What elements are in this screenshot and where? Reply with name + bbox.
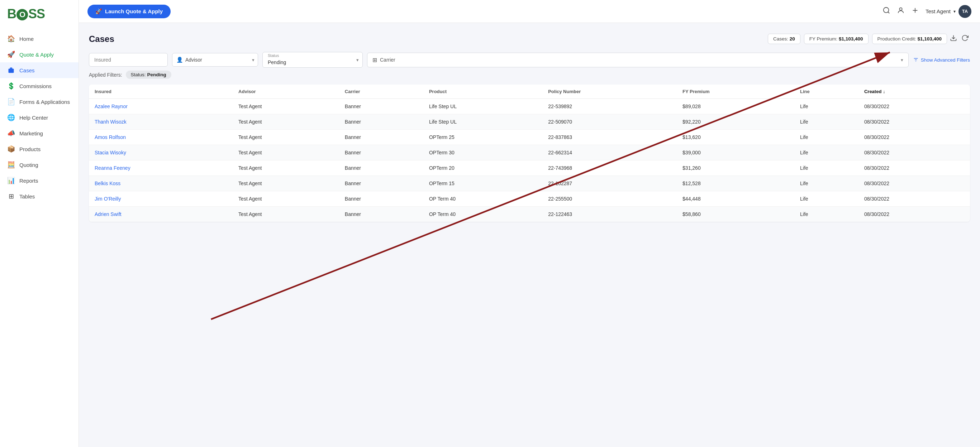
table-row: Jim O'Reilly Test Agent Banner OP Term 4…: [89, 191, 970, 207]
sidebar-nav: 🏠 Home 🚀 Quote & Apply Cases 💲 Commissio…: [0, 28, 78, 447]
svg-rect-0: [9, 69, 14, 73]
insured-link[interactable]: Reanna Feeney: [95, 165, 130, 171]
insured-link[interactable]: Adrien Swift: [95, 211, 121, 217]
export-button[interactable]: [948, 33, 958, 45]
cell-insured: Thanh Wisozk: [89, 114, 232, 130]
home-icon: 🏠: [7, 35, 15, 43]
col-carrier: Carrier: [339, 84, 423, 99]
cell-policy-number: 22-102287: [542, 176, 677, 191]
profile-icon[interactable]: [897, 6, 905, 16]
sidebar-item-marketing[interactable]: 📣 Marketing: [0, 125, 78, 141]
cell-carrier: Banner: [339, 130, 423, 145]
cell-insured: Adrien Swift: [89, 207, 232, 222]
sidebar-item-home[interactable]: 🏠 Home: [0, 31, 78, 46]
insured-link[interactable]: Thanh Wisozk: [95, 119, 127, 125]
logo: BOSS: [0, 0, 78, 28]
svg-point-3: [899, 8, 902, 10]
insured-filter[interactable]: [89, 53, 168, 67]
advisor-filter-wrap: 👤 Advisor ▾: [172, 53, 258, 67]
cell-carrier: Banner: [339, 191, 423, 207]
add-icon[interactable]: [911, 6, 919, 16]
insured-link[interactable]: Amos Rolfson: [95, 134, 126, 140]
search-icon[interactable]: [883, 6, 890, 16]
cases-icon: [7, 66, 15, 74]
cell-product: OPTerm 20: [423, 160, 542, 176]
sidebar-item-help-center[interactable]: 🌐 Help Center: [0, 109, 78, 125]
insured-link[interactable]: Jim O'Reilly: [95, 196, 121, 202]
cell-product: OPTerm 30: [423, 145, 542, 160]
table-icon: ⊞: [7, 192, 15, 200]
rocket-icon: 🚀: [7, 51, 15, 59]
cell-fy-premium: $12,528: [677, 176, 794, 191]
cases-count-stat: Cases: 20: [768, 34, 800, 44]
cell-insured: Stacia Wisoky: [89, 145, 232, 160]
table-row: Adrien Swift Test Agent Banner OP Term 4…: [89, 207, 970, 222]
cell-policy-number: 22-122463: [542, 207, 677, 222]
cell-advisor: Test Agent: [232, 207, 339, 222]
col-line: Line: [794, 84, 859, 99]
insured-link[interactable]: Azalee Raynor: [95, 103, 127, 109]
sidebar-item-quoting[interactable]: 🧮 Quoting: [0, 157, 78, 173]
advanced-filters-link[interactable]: Show Advanced Filters: [913, 57, 970, 63]
cell-advisor: Test Agent: [232, 99, 339, 114]
cell-policy-number: 22-509070: [542, 114, 677, 130]
cell-product: Life Step UL: [423, 114, 542, 130]
cell-created: 08/30/2022: [859, 191, 970, 207]
table-row: Stacia Wisoky Test Agent Banner OPTerm 3…: [89, 145, 970, 160]
cell-insured: Azalee Raynor: [89, 99, 232, 114]
cell-line: Life: [794, 130, 859, 145]
cell-carrier: Banner: [339, 99, 423, 114]
launch-quote-apply-button[interactable]: 🚀 Launch Quote & Apply: [88, 5, 170, 18]
col-policy-number: Policy Number: [542, 84, 677, 99]
insured-link[interactable]: Stacia Wisoky: [95, 150, 126, 155]
cell-line: Life: [794, 176, 859, 191]
cell-created: 08/30/2022: [859, 114, 970, 130]
globe-icon: 🌐: [7, 114, 15, 121]
col-fy-premium: FY Premium: [677, 84, 794, 99]
chevron-down-icon: ▾: [901, 57, 903, 63]
user-menu[interactable]: Test Agent ▾ TA: [926, 5, 971, 18]
header: 🚀 Launch Quote & Apply Test Agent ▾ TA: [79, 0, 980, 23]
sidebar-item-label: Quoting: [19, 162, 38, 168]
sidebar-item-tables[interactable]: ⊞ Tables: [0, 189, 78, 204]
sidebar-item-reports[interactable]: 📊 Reports: [0, 173, 78, 189]
production-credit-stat: Production Credit: $1,103,400: [872, 34, 947, 44]
sidebar-item-label: Tables: [19, 193, 35, 200]
cell-policy-number: 22-743968: [542, 160, 677, 176]
cell-carrier: Banner: [339, 176, 423, 191]
cell-line: Life: [794, 160, 859, 176]
cell-product: Life Step UL: [423, 99, 542, 114]
col-advisor: Advisor: [232, 84, 339, 99]
cell-carrier: Banner: [339, 160, 423, 176]
cell-insured: Belkis Koss: [89, 176, 232, 191]
main-area: 🚀 Launch Quote & Apply Test Agent ▾ TA: [79, 0, 980, 447]
advisor-filter[interactable]: Advisor: [172, 53, 258, 67]
cell-advisor: Test Agent: [232, 191, 339, 207]
table-row: Belkis Koss Test Agent Banner OPTerm 15 …: [89, 176, 970, 191]
cases-header: Cases Cases: 20 FY Premium: $1,103,400 P…: [89, 33, 970, 45]
cell-fy-premium: $44,448: [677, 191, 794, 207]
sidebar-item-cases[interactable]: Cases: [0, 62, 78, 78]
sidebar-item-forms-applications[interactable]: 📄 Forms & Applications: [0, 94, 78, 109]
sidebar-item-label: Quote & Apply: [19, 52, 54, 58]
cell-policy-number: 22-539892: [542, 99, 677, 114]
insured-link[interactable]: Belkis Koss: [95, 181, 121, 186]
user-name: Test Agent: [926, 8, 951, 14]
cell-policy-number: 22-837863: [542, 130, 677, 145]
avatar: TA: [958, 5, 971, 18]
cell-product: OP Term 40: [423, 207, 542, 222]
sidebar-item-products[interactable]: 📦 Products: [0, 141, 78, 157]
cell-policy-number: 22-255500: [542, 191, 677, 207]
cell-insured: Reanna Feeney: [89, 160, 232, 176]
col-created[interactable]: Created ↓: [859, 84, 970, 99]
box-icon: 📦: [7, 145, 15, 153]
cell-advisor: Test Agent: [232, 145, 339, 160]
refresh-button[interactable]: [960, 33, 970, 45]
carrier-filter[interactable]: ⊞ Carrier ▾: [367, 53, 909, 67]
sidebar-item-quote-apply[interactable]: 🚀 Quote & Apply: [0, 46, 78, 62]
cell-policy-number: 22-662314: [542, 145, 677, 160]
cell-fy-premium: $39,000: [677, 145, 794, 160]
cell-line: Life: [794, 145, 859, 160]
sidebar-item-commissions[interactable]: 💲 Commissions: [0, 78, 78, 94]
cell-advisor: Test Agent: [232, 160, 339, 176]
